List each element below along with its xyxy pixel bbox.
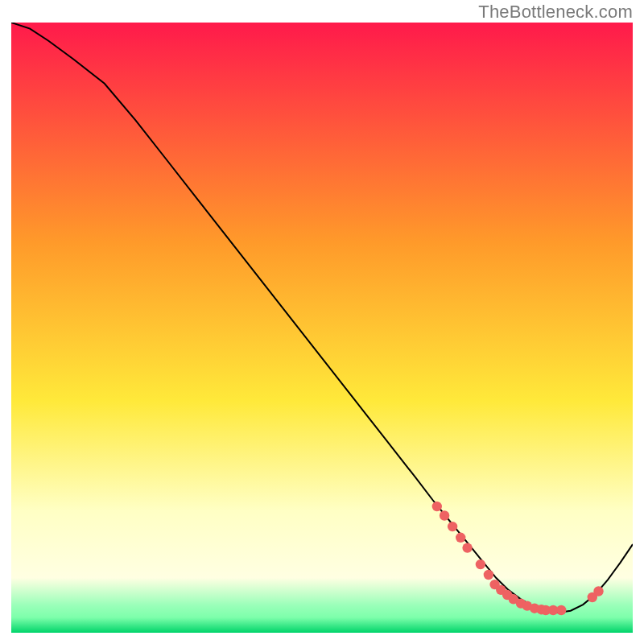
attribution-text: TheBottleneck.com — [478, 2, 633, 23]
data-marker — [593, 586, 603, 596]
data-marker — [456, 533, 465, 543]
data-marker — [484, 570, 493, 580]
data-marker — [448, 522, 457, 531]
data-marker — [476, 559, 485, 569]
data-marker — [440, 510, 449, 520]
data-marker — [462, 543, 472, 552]
gradient-background — [11, 23, 633, 633]
chart-stage: TheBottleneck.com — [0, 0, 644, 644]
data-marker — [432, 502, 442, 511]
chart-svg — [11, 23, 633, 633]
plot-area — [11, 23, 633, 633]
data-marker — [556, 605, 566, 615]
